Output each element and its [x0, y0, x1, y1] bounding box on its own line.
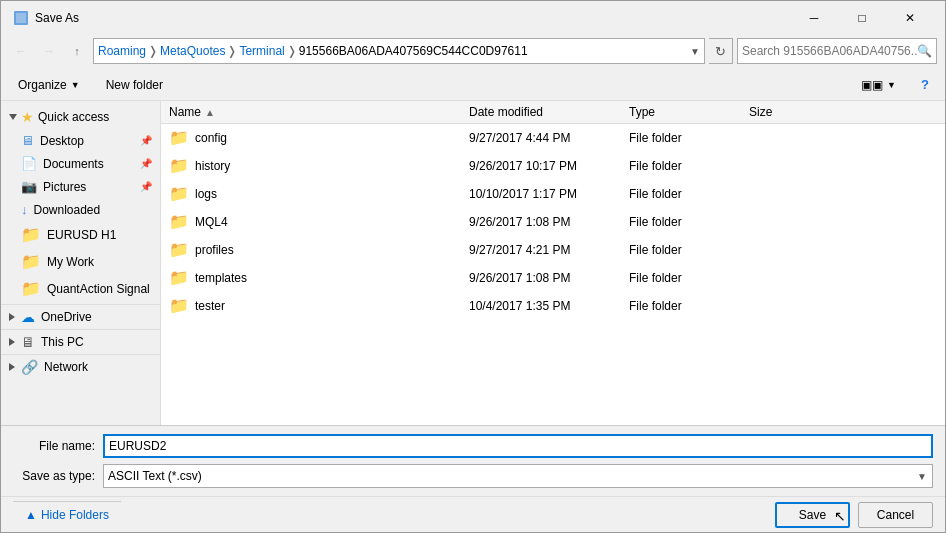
file-size [741, 136, 821, 140]
close-button[interactable]: ✕ [887, 8, 933, 28]
help-button[interactable]: ? [913, 73, 937, 97]
sidebar-quick-access-header[interactable]: ★ Quick access [1, 105, 160, 129]
col-header-type[interactable]: Type [621, 103, 741, 121]
sidebar-item-documents[interactable]: 📄 Documents 📌 [1, 152, 160, 175]
breadcrumb-roaming[interactable]: Roaming [98, 44, 146, 58]
search-input[interactable] [742, 44, 917, 58]
table-row[interactable]: 📁 profiles 9/27/2017 4:21 PM File folder [161, 236, 945, 264]
filename-input[interactable] [103, 434, 933, 458]
minimize-button[interactable]: ─ [791, 8, 837, 28]
onedrive-collapse-icon [9, 313, 15, 321]
quick-access-collapse-icon [9, 114, 17, 120]
file-list-header: Name ▲ Date modified Type Size [161, 101, 945, 124]
pc-icon: 🖥 [21, 334, 35, 350]
organize-button[interactable]: Organize ▼ [9, 72, 89, 98]
sidebar-item-pictures[interactable]: 📷 Pictures 📌 [1, 175, 160, 198]
breadcrumb-current: 915566BA06ADA407569C544CC0D97611 [299, 44, 528, 58]
file-date: 9/26/2017 1:08 PM [461, 269, 621, 287]
desktop-icon: 🖥 [21, 133, 34, 148]
breadcrumb-terminal[interactable]: Terminal [239, 44, 284, 58]
savetype-select[interactable]: ASCII Text (*.csv) [103, 464, 933, 488]
table-row[interactable]: 📁 config 9/27/2017 4:44 PM File folder [161, 124, 945, 152]
sidebar-item-desktop[interactable]: 🖥 Desktop 📌 [1, 129, 160, 152]
savetype-label: Save as type: [13, 469, 103, 483]
col-header-size[interactable]: Size [741, 103, 821, 121]
file-size [741, 164, 821, 168]
breadcrumb-metaquotes[interactable]: MetaQuotes [160, 44, 225, 58]
table-row[interactable]: 📁 history 9/26/2017 10:17 PM File folder [161, 152, 945, 180]
hide-folders-icon: ▲ [25, 508, 37, 522]
window-controls: ─ □ ✕ [791, 8, 933, 28]
file-name: MQL4 [195, 215, 228, 229]
file-type: File folder [621, 213, 741, 231]
file-name: tester [195, 299, 225, 313]
file-date: 10/4/2017 1:35 PM [461, 297, 621, 315]
new-folder-button[interactable]: New folder [97, 72, 172, 98]
maximize-button[interactable]: □ [839, 8, 885, 28]
table-row[interactable]: 📁 tester 10/4/2017 1:35 PM File folder [161, 292, 945, 320]
file-size [741, 276, 821, 280]
sidebar-item-mywork[interactable]: 📁 My Work [1, 248, 160, 275]
file-type: File folder [621, 157, 741, 175]
back-button[interactable]: ← [9, 39, 33, 63]
folder-icon: 📁 [169, 156, 189, 175]
file-type: File folder [621, 129, 741, 147]
toolbar: Organize ▼ New folder ▣▣ ▼ ? [1, 69, 945, 101]
cursor-indicator: ↖ [834, 508, 846, 524]
file-date: 9/26/2017 10:17 PM [461, 157, 621, 175]
folder-icon: 📁 [169, 268, 189, 287]
sidebar-thispc[interactable]: 🖥 This PC [1, 332, 160, 352]
file-size [741, 248, 821, 252]
sidebar-item-eurusd[interactable]: 📁 EURUSD H1 [1, 221, 160, 248]
search-bar: 🔍 [737, 38, 937, 64]
file-date: 10/10/2017 1:17 PM [461, 185, 621, 203]
pin-icon-docs: 📌 [140, 158, 152, 169]
title-bar: Save As ─ □ ✕ [1, 1, 945, 33]
pin-icon-pics: 📌 [140, 181, 152, 192]
folder-icon: 📁 [169, 240, 189, 259]
thispc-collapse-icon [9, 338, 15, 346]
col-header-date[interactable]: Date modified [461, 103, 621, 121]
breadcrumb-dropdown-icon[interactable]: ▼ [690, 46, 700, 57]
view-options: ▣▣ ▼ [852, 72, 905, 98]
refresh-button[interactable]: ↻ [709, 38, 733, 64]
save-button[interactable]: Save ↖ [775, 502, 850, 528]
file-size [741, 192, 821, 196]
file-rows-container: 📁 config 9/27/2017 4:44 PM File folder 📁… [161, 124, 945, 320]
table-row[interactable]: 📁 templates 9/26/2017 1:08 PM File folde… [161, 264, 945, 292]
forward-button[interactable]: → [37, 39, 61, 63]
cancel-button[interactable]: Cancel [858, 502, 933, 528]
sidebar-item-downloaded[interactable]: ↓ Downloaded [1, 198, 160, 221]
folder-icon: 📁 [169, 128, 189, 147]
up-button[interactable]: ↑ [65, 39, 89, 63]
sidebar-network[interactable]: 🔗 Network [1, 357, 160, 377]
file-date: 9/27/2017 4:44 PM [461, 129, 621, 147]
documents-icon: 📄 [21, 156, 37, 171]
sidebar-onedrive[interactable]: ☁ OneDrive [1, 307, 160, 327]
file-date: 9/27/2017 4:21 PM [461, 241, 621, 259]
col-header-name[interactable]: Name ▲ [161, 103, 461, 121]
file-type: File folder [621, 241, 741, 259]
dialog-title: Save As [35, 11, 791, 25]
file-type: File folder [621, 269, 741, 287]
hide-folders-toggle[interactable]: ▲ Hide Folders [13, 501, 121, 528]
filename-label: File name: [13, 439, 103, 453]
file-name: logs [195, 187, 217, 201]
table-row[interactable]: 📁 MQL4 9/26/2017 1:08 PM File folder [161, 208, 945, 236]
eurusd-folder-icon: 📁 [21, 225, 41, 244]
sidebar: ★ Quick access 🖥 Desktop 📌 📄 Documents 📌… [1, 101, 161, 425]
file-name: templates [195, 271, 247, 285]
file-type: File folder [621, 185, 741, 203]
file-name: history [195, 159, 230, 173]
view-button[interactable]: ▣▣ ▼ [852, 72, 905, 98]
file-name: profiles [195, 243, 234, 257]
onedrive-icon: ☁ [21, 309, 35, 325]
breadcrumb-bar: Roaming ❭ MetaQuotes ❭ Terminal ❭ 915566… [93, 38, 705, 64]
file-name-row: File name: [13, 434, 933, 458]
sidebar-item-quantaction[interactable]: 📁 QuantAction Signal [1, 275, 160, 302]
network-collapse-icon [9, 363, 15, 371]
bottom-bar: File name: Save as type: ASCII Text (*.c… [1, 425, 945, 496]
main-content: ★ Quick access 🖥 Desktop 📌 📄 Documents 📌… [1, 101, 945, 425]
table-row[interactable]: 📁 logs 10/10/2017 1:17 PM File folder [161, 180, 945, 208]
save-type-row: Save as type: ASCII Text (*.csv) [13, 464, 933, 488]
